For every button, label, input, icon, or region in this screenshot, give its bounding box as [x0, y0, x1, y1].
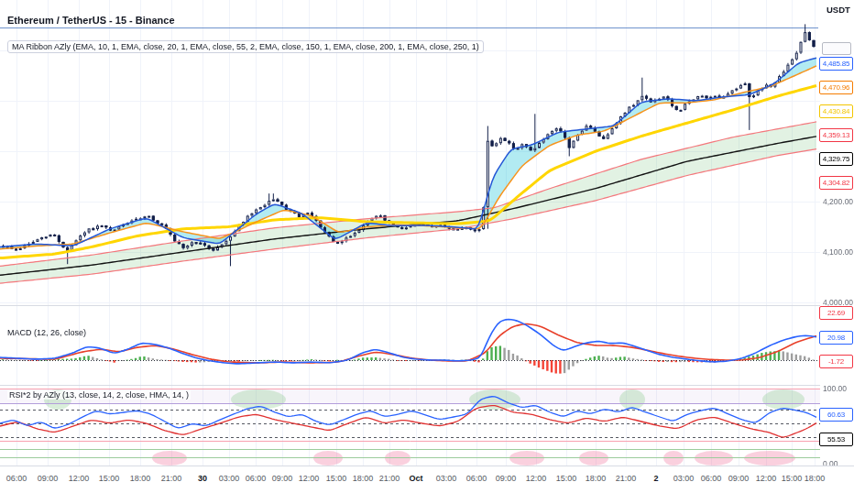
time-tick-label[interactable]: 06:00	[466, 474, 487, 483]
ema-price-badge: 4,304.82	[819, 176, 853, 190]
time-tick-label[interactable]: 21:00	[379, 474, 400, 483]
rsi-value-badge: 60.63	[819, 408, 853, 422]
rsi-indicator-label[interactable]: RSI*2 by AZly (13, close, 14, 2, close, …	[7, 390, 191, 400]
time-tick-label[interactable]: 18:00	[353, 474, 374, 483]
ema-price-badge: 4,359.13	[819, 128, 853, 142]
time-tick-label[interactable]: 21:00	[616, 474, 637, 483]
macd-value-badge: 20.98	[819, 331, 853, 345]
time-tick-label[interactable]: 12:00	[69, 474, 90, 483]
axis-currency-label: USDT	[827, 5, 850, 15]
time-tick-label[interactable]: 15:00	[99, 474, 120, 483]
day-marker-label[interactable]: Oct	[409, 474, 422, 483]
time-tick-label[interactable]: 18:00	[586, 474, 607, 483]
time-axis[interactable]: 06:0009:0012:0015:0018:0021:003003:0006:…	[0, 466, 854, 504]
chart-window: Ethereum / TetherUS - 15 - Binance MA Ri…	[0, 0, 854, 504]
price-axis[interactable]: USDT 4,200.004,100.004,000.00100.000.004…	[820, 0, 854, 466]
time-tick-label[interactable]: 03:00	[673, 474, 695, 483]
chart-canvas[interactable]	[0, 0, 854, 504]
ema-price-badge: 4,470.96	[819, 81, 853, 94]
time-tick-label[interactable]: 03:00	[219, 474, 240, 483]
time-tick-label[interactable]: 12:00	[526, 474, 547, 483]
time-tick-label[interactable]: 12:00	[299, 474, 320, 483]
time-tick-label[interactable]: 09:00	[728, 474, 750, 483]
time-tick-label[interactable]: 18:00	[805, 474, 826, 483]
time-tick-label[interactable]: 06:00	[701, 474, 722, 483]
symbol-title[interactable]: Ethereum / TetherUS - 15 - Binance	[7, 15, 175, 26]
time-tick-label[interactable]: 12:00	[756, 474, 777, 483]
ema-price-badge: 4,329.75	[819, 152, 853, 166]
time-tick-label[interactable]: 06:00	[6, 474, 27, 483]
day-marker-label[interactable]: 2	[653, 474, 658, 483]
time-tick-label[interactable]: 03:00	[436, 474, 457, 483]
time-tick-label[interactable]: 09:00	[38, 474, 59, 483]
day-marker-label[interactable]: 30	[198, 474, 207, 483]
time-tick-label[interactable]: 15:00	[326, 474, 347, 483]
time-tick-label[interactable]: 06:00	[246, 474, 267, 483]
macd-value-badge: -1.72	[819, 355, 853, 368]
time-tick-label[interactable]: 15:00	[782, 474, 803, 483]
y-axis-tick: 4,100.00	[823, 247, 854, 257]
time-tick-label[interactable]: 15:00	[556, 474, 577, 483]
time-tick-label[interactable]: 09:00	[272, 474, 293, 483]
time-tick-label[interactable]: 18:00	[130, 474, 151, 483]
y-axis-tick: 4,200.00	[823, 197, 854, 206]
macd-indicator-label[interactable]: MACD (12, 26, close)	[7, 328, 86, 337]
ema-price-badge: 4,485.85	[819, 57, 853, 71]
time-tick-label[interactable]: 09:00	[496, 474, 517, 483]
rsi-axis-tick: 100.00	[823, 384, 854, 393]
macd-value-badge: 22.69	[819, 306, 853, 320]
rsi-value-badge: 55.53	[819, 433, 853, 446]
hline-price-badge	[822, 42, 851, 55]
ema-price-badge: 4,430.84	[819, 104, 853, 118]
ma-ribbon-indicator-label[interactable]: MA Ribbon AZly (EMA, 10, 1, EMA, close, …	[7, 40, 484, 53]
time-tick-label[interactable]: 21:00	[161, 474, 182, 483]
